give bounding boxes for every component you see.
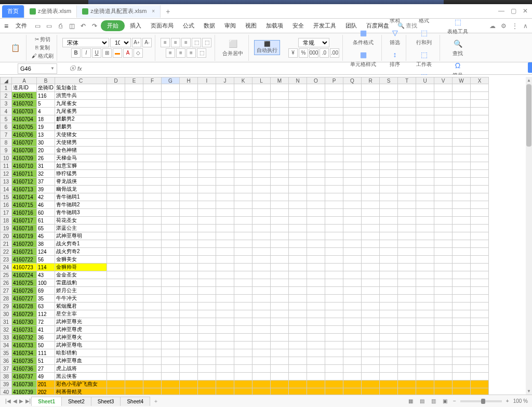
- cut-button[interactable]: ✂剪切: [35, 36, 50, 43]
- tab-home[interactable]: 首页: [2, 5, 24, 18]
- save-icon[interactable]: ▭: [33, 22, 42, 30]
- clear-icon[interactable]: ◇: [134, 48, 143, 58]
- percent-icon[interactable]: %: [299, 48, 308, 58]
- paste-icon: 📋: [9, 43, 21, 53]
- border-icon[interactable]: ⊞: [102, 48, 112, 58]
- scissors-icon: ✂: [35, 36, 39, 42]
- redo-icon[interactable]: ↷: [90, 22, 99, 30]
- fontsize-select[interactable]: 10: [110, 38, 131, 47]
- menu-addins[interactable]: 加载项: [262, 20, 287, 32]
- indent-dec-icon[interactable]: ≡: [176, 48, 185, 58]
- more-icon[interactable]: ⋮: [512, 22, 518, 30]
- xlsm-icon: [82, 8, 88, 15]
- fx-icon: ⓧ: [70, 64, 75, 72]
- preview-icon[interactable]: ◫: [68, 22, 76, 30]
- window-controls: — ▢ ✕: [498, 7, 528, 15]
- numformat-select[interactable]: 常规: [298, 38, 329, 47]
- rowcol-icon: ⬚: [418, 28, 430, 38]
- underline-icon[interactable]: U: [92, 48, 101, 58]
- orientation-icon[interactable]: ⬚: [197, 48, 206, 58]
- cond-format-button[interactable]: ▦条件格式: [351, 27, 376, 47]
- name-box[interactable]: G46 ▼: [18, 63, 57, 74]
- xlsm-icon: [30, 8, 36, 15]
- font-select[interactable]: 宋体: [62, 38, 109, 47]
- tab-file2-label: z坐骑道具配置表.xlsm: [90, 7, 147, 15]
- align-center-icon[interactable]: ≡: [171, 38, 180, 47]
- brush-icon: 🖌: [32, 53, 37, 59]
- cell-style-button[interactable]: ▦单元格样式: [348, 48, 378, 69]
- merge-button[interactable]: ⬜合并居中: [220, 37, 245, 58]
- collapse-ribbon-icon[interactable]: ∧: [523, 22, 528, 30]
- menu-security[interactable]: 安全: [288, 20, 308, 32]
- copy-button[interactable]: ⎘复制: [35, 44, 50, 51]
- menu-review[interactable]: 审阅: [220, 20, 240, 32]
- menu-data[interactable]: 数据: [200, 20, 219, 32]
- copy-icon: ⎘: [35, 45, 38, 50]
- cloud-icon[interactable]: ☁: [489, 22, 496, 30]
- symbol-button[interactable]: Ω符号: [450, 59, 466, 75]
- increase-font-icon[interactable]: A+: [132, 38, 141, 47]
- close-icon[interactable]: ×: [152, 8, 155, 14]
- sort-button[interactable]: ↕排序: [387, 48, 403, 69]
- gear-icon[interactable]: ⚙: [501, 22, 507, 30]
- menu-pagelayout[interactable]: 页面布局: [147, 20, 178, 32]
- merge-icon: ⬜: [227, 38, 238, 49]
- menu-devtools[interactable]: 开发工具: [309, 20, 340, 32]
- window-topbar: [0, 0, 532, 4]
- find-button[interactable]: 🔍查找: [450, 37, 466, 58]
- menu-formulas[interactable]: 公式: [179, 20, 198, 32]
- saveas-icon[interactable]: ▭: [45, 22, 53, 30]
- thousand-icon[interactable]: 000: [309, 48, 318, 58]
- fx-label: fx: [77, 65, 82, 72]
- freeze-icon: ⬚: [418, 71, 430, 75]
- decrease-font-icon[interactable]: A-: [142, 38, 152, 47]
- align-bot-icon[interactable]: ≡: [166, 48, 175, 58]
- close-window-icon[interactable]: ✕: [523, 7, 528, 15]
- rowcol-button[interactable]: ⬚行和列: [414, 27, 434, 47]
- dec-dec-icon[interactable]: .00: [330, 48, 339, 58]
- funnel-icon: ▽: [389, 28, 401, 38]
- align-top-icon[interactable]: ⬚: [192, 38, 201, 47]
- font-color-icon[interactable]: A: [123, 48, 132, 58]
- paste-button[interactable]: 📋: [7, 42, 23, 54]
- tab-file1-label: z坐骑表.xlsm: [38, 7, 71, 15]
- sort-icon: ↕: [389, 49, 401, 60]
- format-painter-button[interactable]: 🖌格式刷: [32, 52, 54, 60]
- fx-area[interactable]: ⓧ fx: [70, 64, 82, 72]
- minimize-icon[interactable]: —: [498, 7, 504, 15]
- worksheet-icon: ⬚: [418, 49, 430, 60]
- undo-icon[interactable]: ↶: [79, 22, 87, 30]
- fill-icon: ▼: [389, 71, 401, 75]
- menu-file[interactable]: 文件: [11, 20, 31, 32]
- print-icon[interactable]: ⎙: [56, 22, 64, 30]
- italic-icon[interactable]: I: [82, 48, 91, 58]
- dec-inc-icon[interactable]: .0: [320, 48, 329, 58]
- chevron-down-icon[interactable]: ▼: [50, 66, 55, 71]
- new-tab[interactable]: +: [161, 5, 175, 18]
- tab-file2[interactable]: z坐骑道具配置表.xlsm ×: [77, 5, 161, 18]
- menubar-right: ☁ ⚙ ⋮ ∧: [489, 22, 528, 30]
- ribbon: 📋 ✂剪切 ⎘复制 🖌格式刷 宋体 10 A+ A- B I U ⊞ ▬ A ◇…: [0, 33, 532, 62]
- menu-start[interactable]: 开始: [101, 20, 125, 31]
- maximize-icon[interactable]: ▢: [511, 7, 516, 15]
- indent-inc-icon[interactable]: ≡: [187, 48, 196, 58]
- bold-icon[interactable]: B: [71, 48, 81, 58]
- name-box-value: G46: [20, 65, 31, 72]
- worksheet-button[interactable]: ⬚工作表: [414, 48, 434, 69]
- sidebar-handle[interactable]: [528, 62, 532, 73]
- tab-file1[interactable]: z坐骑表.xlsm: [24, 5, 77, 18]
- fill-button[interactable]: ▼填充: [387, 70, 403, 75]
- menu-insert[interactable]: 插入: [126, 20, 145, 32]
- fill-color-icon[interactable]: ▬: [113, 48, 122, 58]
- autowrap-icon: ⬛: [264, 41, 270, 47]
- filter-button[interactable]: ▽筛选: [387, 27, 403, 47]
- align-right-icon[interactable]: ≡: [181, 38, 191, 47]
- align-middle-icon[interactable]: ⬚: [202, 38, 211, 47]
- align-left-icon[interactable]: ≡: [161, 38, 170, 47]
- find-icon: 🔍: [452, 38, 463, 49]
- currency-icon[interactable]: ¥: [288, 48, 298, 58]
- freeze-button[interactable]: ⬚冻结窗格: [411, 70, 436, 75]
- menu-view[interactable]: 视图: [241, 20, 261, 32]
- hamburger-icon[interactable]: ≡: [4, 22, 8, 30]
- autowrap-button[interactable]: ⬛自动执行: [254, 40, 280, 55]
